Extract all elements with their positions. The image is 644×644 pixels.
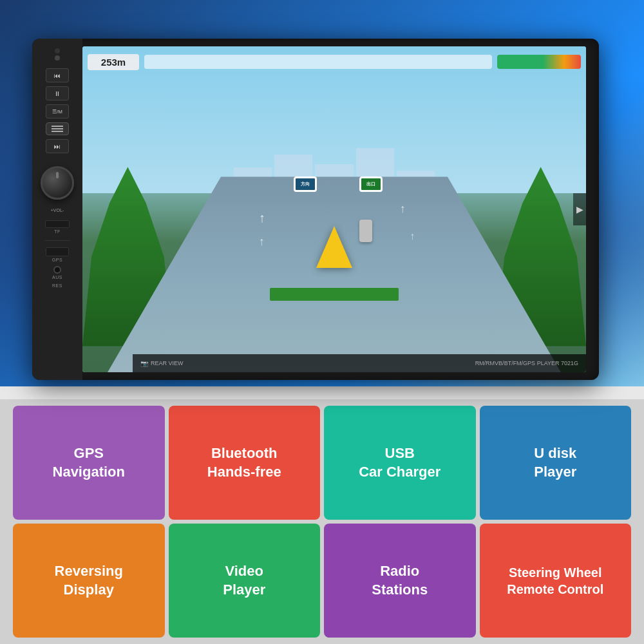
status-left: 📷 REAR VIEW <box>140 360 184 367</box>
white-arrow-right2: ↑ <box>410 231 415 242</box>
eq-button[interactable] <box>46 122 69 135</box>
feature-label-usb: USBCar Charger <box>359 444 440 481</box>
aux-port[interactable] <box>53 266 61 274</box>
highway-sign-2: 出口 <box>359 176 383 192</box>
right-arrow-icon: ▶ <box>576 204 583 214</box>
status-right: RM/RMVB/BT/FM/GPS PLAYER 7021G <box>475 360 578 366</box>
highway-sign-1: 方向 <box>294 176 317 192</box>
white-arrow-left1: ↑ <box>259 211 265 225</box>
prev-track-button[interactable]: ⏮ <box>46 68 69 82</box>
page: ⏮ ⏸ ☰/M ⏭ <box>0 0 644 644</box>
volume-knob-container: +VOL- <box>41 162 74 204</box>
indicator-light <box>55 55 60 61</box>
gps-distance-display: 253m <box>88 54 139 70</box>
vehicle <box>359 220 372 242</box>
feature-bluetooth[interactable]: BluetoothHands-free <box>169 406 321 520</box>
feature-usb-charger[interactable]: USBCar Charger <box>324 406 476 520</box>
device-status-bar: 📷 REAR VIEW RM/RMVB/BT/FM/GPS PLAYER 702… <box>133 354 586 372</box>
white-arrow-right1: ↑ <box>400 202 406 216</box>
feature-label-steering: Steering WheelRemote Control <box>507 564 603 598</box>
feature-label-radio: RadioStations <box>372 562 428 599</box>
res-label: RES <box>52 283 62 288</box>
left-control-panel: ⏮ ⏸ ☰/M ⏭ <box>32 39 82 380</box>
gps-port[interactable] <box>46 247 69 256</box>
volume-knob[interactable] <box>41 166 74 200</box>
feature-radio[interactable]: RadioStations <box>324 524 476 638</box>
feature-gps-navigation[interactable]: GPSNavigation <box>13 406 165 520</box>
feature-video[interactable]: VideoPlayer <box>169 524 321 638</box>
aux-area: AUS <box>52 266 62 279</box>
aux-label: AUS <box>52 275 62 279</box>
car-stereo-device: ⏮ ⏸ ☰/M ⏭ <box>32 39 599 380</box>
tf-slot-area: TF <box>45 220 70 234</box>
white-arrow-left2: ↑ <box>259 235 265 249</box>
tf-label: TF <box>54 229 61 234</box>
road-center <box>319 176 350 372</box>
gps-distance-text: 253m <box>101 57 126 68</box>
green-road-bar <box>270 288 399 301</box>
feature-reversing[interactable]: ReversingDisplay <box>13 524 165 638</box>
gps-label-area: GPS <box>46 247 69 262</box>
feature-udisk[interactable]: U diskPlayer <box>480 406 632 520</box>
screen-right-arrow[interactable]: ▶ <box>573 193 586 225</box>
indicator-lights <box>55 48 60 61</box>
feature-label-gps: GPSNavigation <box>53 444 125 481</box>
feature-label-video: VideoPlayer <box>223 562 265 599</box>
gps-label: GPS <box>52 258 62 262</box>
next-track-button[interactable]: ⏭ <box>46 139 69 153</box>
gps-route-bar <box>144 55 492 69</box>
feature-label-bluetooth: BluetoothHands-free <box>207 444 281 481</box>
screen-display[interactable]: ↑ ↑ ↑ ↑ ↑ 方向 出口 <box>82 46 586 372</box>
rear-view-label: REAR VIEW <box>151 360 184 366</box>
vol-label: +VOL- <box>51 208 64 213</box>
feature-steering[interactable]: Steering WheelRemote Control <box>480 524 632 638</box>
tf-slot[interactable] <box>45 220 70 228</box>
highway-sign-text-2: 出口 <box>366 181 375 187</box>
gps-topbar: 253m <box>88 52 581 72</box>
menu-button[interactable]: ☰/M <box>46 104 69 118</box>
feature-label-udisk: U diskPlayer <box>534 444 576 481</box>
play-pause-button[interactable]: ⏸ <box>46 86 69 100</box>
camera-icon: 📷 <box>140 360 148 367</box>
features-grid: GPSNavigation BluetoothHands-free USBCar… <box>0 399 644 644</box>
gps-map: ↑ ↑ ↑ ↑ ↑ 方向 出口 <box>82 46 586 372</box>
indicator-light <box>55 48 60 53</box>
highway-sign-text-1: 方向 <box>301 181 310 187</box>
gps-speed-indicator <box>497 55 581 69</box>
yellow-arrow <box>316 226 352 268</box>
feature-label-reversing: ReversingDisplay <box>55 562 123 599</box>
res-area: RES <box>52 283 62 288</box>
divider <box>44 240 70 241</box>
